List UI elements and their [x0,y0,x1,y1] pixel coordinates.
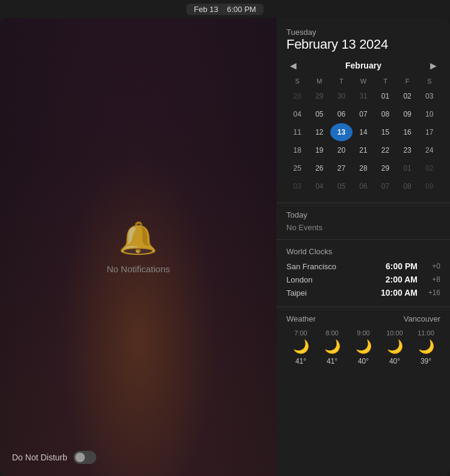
notifications-panel: 🔔 No Notifications Do Not Disturb [0,18,277,476]
calendar-day[interactable]: 10 [418,105,440,123]
calendar-week-row: 25262728290102 [286,159,440,177]
calendar-day[interactable]: 20 [330,141,353,159]
calendar-nav: ◀ February ▶ [286,60,440,72]
clock-city: San Francisco [286,262,386,271]
date-display: Feb 13 [194,5,218,14]
calendar-day[interactable]: 24 [418,141,440,159]
calendar-day[interactable]: 18 [286,141,309,159]
clock-time: 6:00 PM [386,261,418,271]
prev-month-button[interactable]: ◀ [286,60,300,72]
calendar-day[interactable]: 05 [309,105,331,123]
calendar-day[interactable]: 01 [374,87,396,105]
calendar-day[interactable]: 04 [309,177,331,195]
calendar-day[interactable]: 03 [286,177,309,195]
calendar-day[interactable]: 06 [330,105,353,123]
calendar-day[interactable]: 05 [330,177,353,195]
col-tue: T [330,76,353,87]
calendar-day[interactable]: 02 [418,159,440,177]
calendar-week-row: 03040506070809 [286,177,440,195]
main-container: 🔔 No Notifications Do Not Disturb Tuesda… [0,18,450,476]
calendar-day[interactable]: 28 [353,159,375,177]
calendar-day[interactable]: 17 [418,123,440,141]
calendar-day[interactable]: 15 [374,123,396,141]
weather-hour-col: 10:00 🌙 40° [380,329,409,365]
weather-temp: 41° [295,357,306,365]
clock-row: London 2:00 AM +8 [286,273,440,286]
world-clocks-section: World Clocks San Francisco 6:00 PM +0 Lo… [277,240,450,307]
weather-hour-time: 10:00 [386,329,403,337]
calendar-day[interactable]: 03 [418,87,440,105]
clock-offset: +0 [422,262,440,270]
calendar-grid: S M T W T F S 28293031010203040506070809… [286,76,440,195]
calendar-day[interactable]: 02 [396,87,419,105]
weather-section: Weather Vancouver 7:00 🌙 41° 8:00 🌙 41° … [277,307,450,373]
dnd-bar: Do Not Disturb [12,451,96,464]
col-thu: T [374,76,396,87]
clock-row: San Francisco 6:00 PM +0 [286,260,440,273]
calendar-day[interactable]: 28 [286,87,309,105]
calendar-weekday: Tuesday [286,28,440,37]
calendar-day[interactable]: 30 [330,87,353,105]
dnd-toggle[interactable] [73,451,96,464]
weather-temp: 39° [421,357,431,365]
calendar-week-row: 11121314151617 [286,123,440,141]
calendar-day[interactable]: 06 [353,177,375,195]
calendar-day[interactable]: 21 [353,141,375,159]
toggle-knob [75,453,85,462]
top-bar: Feb 13 6:00 PM [0,0,450,18]
weather-title: Weather [286,314,316,323]
right-panel: Tuesday February 13 2024 ◀ February ▶ S … [277,18,450,476]
calendar-day[interactable]: 31 [353,87,375,105]
calendar-day[interactable]: 26 [309,159,331,177]
calendar-day[interactable]: 23 [396,141,419,159]
bell-icon: 🔔 [119,220,158,257]
weather-header: Weather Vancouver [286,314,440,323]
weather-location: Vancouver [404,314,440,323]
dnd-label: Do Not Disturb [12,453,67,462]
calendar-day[interactable]: 16 [396,123,419,141]
weather-temp: 40° [358,357,369,365]
world-clocks-title: World Clocks [286,247,440,256]
calendar-day[interactable]: 01 [396,159,419,177]
calendar-day[interactable]: 04 [286,105,309,123]
today-section: Today No Events [277,203,450,240]
calendar-fulldate: February 13 2024 [286,37,440,52]
weather-temp: 40° [389,357,400,365]
calendar-day[interactable]: 25 [286,159,309,177]
calendar-day[interactable]: 07 [353,105,375,123]
calendar-header-row: S M T W T F S [286,76,440,87]
clock-city: Taipei [286,288,381,298]
weather-hour-time: 7:00 [294,329,307,337]
weather-icon: 🌙 [324,339,341,355]
weather-icon: 🌙 [293,339,309,355]
calendar-day[interactable]: 22 [374,141,396,159]
weather-hour-time: 8:00 [325,329,338,337]
weather-grid: 7:00 🌙 41° 8:00 🌙 41° 9:00 🌙 40° 10:00 🌙… [286,329,440,365]
calendar-day[interactable]: 08 [374,105,396,123]
col-fri: F [396,76,419,87]
calendar-day[interactable]: 07 [374,177,396,195]
calendar-day[interactable]: 29 [309,87,331,105]
weather-icon: 🌙 [418,339,434,355]
calendar-day[interactable]: 14 [353,123,375,141]
calendar-day[interactable]: 27 [330,159,353,177]
no-notifications-text: No Notifications [106,264,170,274]
clocks-list: San Francisco 6:00 PM +0 London 2:00 AM … [286,260,440,299]
calendar-day[interactable]: 12 [309,123,331,141]
notification-area: 🔔 No Notifications [106,220,170,274]
calendar-day[interactable]: 13 [330,123,353,141]
weather-hour-col: 7:00 🌙 41° [286,329,315,365]
calendar-header-date: Tuesday February 13 2024 [286,28,440,52]
calendar-day[interactable]: 09 [418,177,440,195]
weather-hour-col: 8:00 🌙 41° [318,329,347,365]
calendar-day[interactable]: 08 [396,177,419,195]
calendar-day[interactable]: 19 [309,141,331,159]
calendar-day[interactable]: 09 [396,105,419,123]
calendar-section: Tuesday February 13 2024 ◀ February ▶ S … [277,18,450,203]
weather-icon: 🌙 [356,339,372,355]
next-month-button[interactable]: ▶ [427,60,440,72]
datetime-display[interactable]: Feb 13 6:00 PM [186,4,263,15]
calendar-day[interactable]: 29 [374,159,396,177]
weather-hour-time: 11:00 [418,329,434,337]
calendar-day[interactable]: 11 [286,123,309,141]
